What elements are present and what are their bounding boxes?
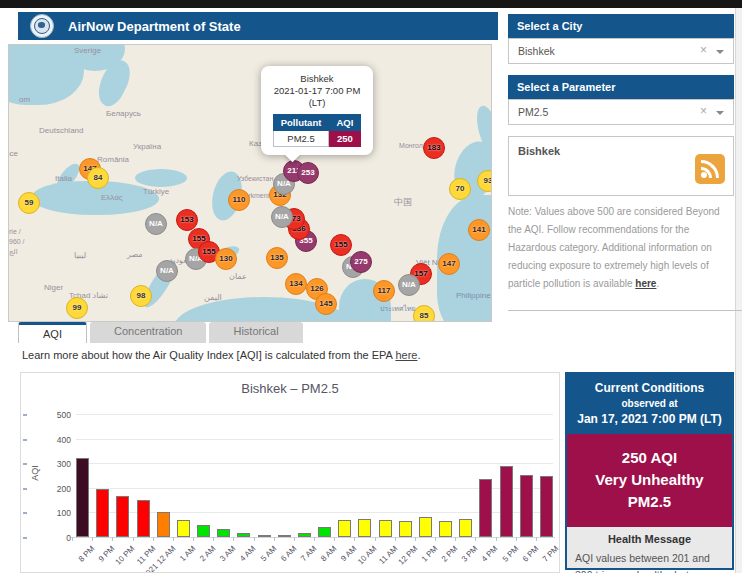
aqi-marker[interactable]: 70 — [449, 178, 471, 200]
map-label: 960 / — [9, 238, 25, 245]
aqi-marker[interactable]: 85 — [413, 305, 435, 322]
parameter-select[interactable]: PM2.5 × — [508, 99, 734, 125]
city-caret-icon[interactable] — [716, 50, 724, 54]
chart-bar — [459, 519, 472, 537]
current-conditions-header: Current Conditions observed at Jan 17, 2… — [567, 374, 732, 434]
popup-aqi-header: AQI — [329, 115, 361, 131]
x-tick-label: 6 PM — [521, 544, 541, 564]
y-tick — [23, 439, 27, 441]
sidebar-divider — [508, 310, 742, 311]
x-tick-label: 8 AM — [319, 544, 338, 563]
y-tick-label: 500 — [45, 410, 71, 420]
map-label: Беларусь — [106, 109, 141, 118]
popup-pollutant-header: Pollutant — [273, 115, 329, 131]
aqi-marker[interactable]: N/A — [156, 260, 178, 282]
city-select[interactable]: Bishkek × — [508, 38, 734, 64]
city-clear-icon[interactable]: × — [700, 43, 707, 57]
y-tick — [23, 537, 27, 539]
aqi-marker[interactable]: 99 — [66, 297, 88, 319]
x-tick-label: 10 AM — [356, 544, 378, 566]
aqi-marker[interactable]: 84 — [87, 167, 109, 189]
chart-bar — [318, 527, 331, 537]
tab-concentration[interactable]: Concentration — [90, 322, 207, 343]
page-scrollbar-area[interactable] — [735, 8, 742, 573]
chart-bar — [358, 519, 371, 537]
rss-icon[interactable] — [695, 154, 725, 184]
learn-more-text: Learn more about how the Air Quality Ind… — [22, 349, 420, 361]
learn-more-suffix: . — [417, 349, 420, 361]
tab-historical[interactable]: Historical — [209, 322, 302, 343]
aqi-marker[interactable]: 145 — [315, 293, 337, 315]
y-tick-label: 0 — [45, 533, 71, 543]
y-tick-label: 400 — [45, 435, 71, 445]
map-label: om — [19, 95, 30, 104]
x-tick — [92, 537, 93, 541]
map-label: الج — [9, 248, 18, 256]
aqi-marker[interactable]: 135 — [266, 247, 288, 269]
aqi-marker[interactable]: 275 — [350, 251, 372, 273]
map-label: Україна — [133, 142, 161, 151]
aqi-marker[interactable]: 93 — [477, 170, 492, 192]
x-tick — [516, 537, 517, 541]
department-of-state-seal-icon — [30, 14, 54, 38]
aqi-marker[interactable]: 117 — [373, 280, 395, 302]
y-tick-label: 100 — [45, 508, 71, 518]
y-tick — [23, 488, 27, 490]
aqi-marker[interactable]: 147 — [438, 253, 460, 275]
x-tick — [213, 537, 214, 541]
map-label: Philippines — [456, 291, 492, 300]
chart-bar — [419, 517, 432, 537]
chart-bar — [399, 521, 412, 537]
map-label: Italia — [55, 174, 72, 183]
x-tick — [274, 537, 275, 541]
observed-at-label: observed at — [571, 398, 728, 409]
map-label: Niger — [44, 283, 63, 292]
aqi-map[interactable]: SverigeomDeutschlandБеларусьУкраїнаRomân… — [8, 44, 492, 322]
tab-aqi[interactable]: AQI — [18, 322, 87, 343]
health-message-section: Health Message AQI values between 201 an… — [567, 527, 732, 573]
x-tick — [455, 537, 456, 541]
popup-lt: (LT) — [261, 97, 373, 109]
x-tick-label: 7 PM — [541, 544, 560, 564]
aqi-marker[interactable]: 253 — [297, 162, 319, 184]
popup-table: Pollutant AQI PM2.5 250 — [273, 114, 362, 147]
map-popup: Bishkek 2021-01-17 7:00 PM (LT) Pollutan… — [261, 66, 373, 155]
learn-more-body: Learn more about how the Air Quality Ind… — [22, 349, 395, 361]
x-tick — [395, 537, 396, 541]
chart-bar — [540, 476, 553, 538]
popup-aqi-value: 250 — [329, 131, 361, 147]
rss-feed-box: Bishkek — [508, 136, 734, 196]
aqi-category: Very Unhealthy — [571, 469, 728, 491]
x-tick-label: 5 AM — [259, 544, 278, 563]
aqi-marker[interactable]: N/A — [145, 213, 167, 235]
x-tick — [334, 537, 335, 541]
chart-y-axis-label: AQI — [30, 465, 40, 481]
x-tick-label: 8 PM — [77, 544, 97, 564]
aqi-marker[interactable]: 134 — [285, 273, 307, 295]
aqi-marker[interactable]: N/A — [271, 206, 293, 228]
chart-bar — [439, 521, 452, 537]
aqi-marker[interactable]: N/A — [398, 274, 420, 296]
map-label: România — [97, 155, 129, 164]
aqi-bar-chart: Bishkek – PM2.5 AQI 01002003004005008 PM… — [20, 372, 560, 573]
aqi-marker[interactable]: 155 — [330, 234, 352, 256]
chart-bar — [96, 489, 109, 537]
aqi-marker[interactable]: 110 — [228, 189, 250, 211]
x-tick — [536, 537, 537, 541]
chart-bar — [137, 500, 150, 537]
page-title: AirNow Department of State — [68, 19, 241, 34]
parameter-clear-icon[interactable]: × — [700, 104, 707, 118]
chart-bar — [197, 525, 210, 537]
parameter-caret-icon[interactable] — [716, 111, 724, 115]
note-here-link[interactable]: here — [635, 278, 656, 289]
aqi-marker[interactable]: 183 — [423, 137, 445, 159]
aqi-marker[interactable]: 141 — [468, 219, 490, 241]
aqi-marker[interactable]: 130 — [215, 248, 237, 270]
chart-bar — [278, 535, 291, 537]
aqi-marker[interactable]: 98 — [130, 285, 152, 307]
x-tick-label: 3 PM — [460, 544, 480, 564]
observed-datetime: Jan 17, 2021 7:00 PM (LT) — [571, 412, 728, 426]
x-tick — [415, 537, 416, 541]
aqi-marker[interactable]: 59 — [18, 192, 40, 214]
learn-more-here-link[interactable]: here — [395, 349, 417, 361]
